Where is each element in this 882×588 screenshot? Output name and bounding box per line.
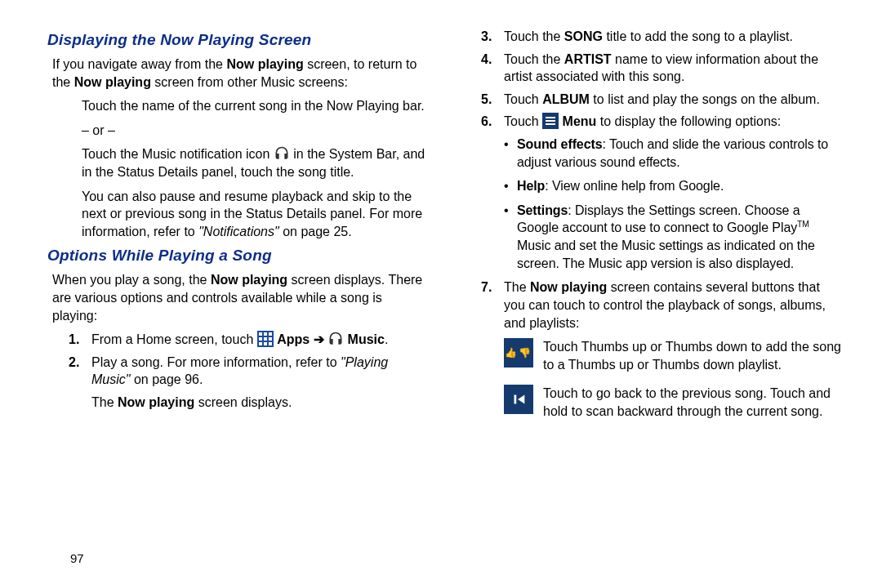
right-column: 3. Touch the SONG title to add the song … (460, 28, 843, 432)
step-3: 3. Touch the SONG title to add the song … (481, 28, 843, 46)
bullet-sound-effects: • Sound effects: Touch and slide the var… (504, 136, 843, 171)
bullet-settings: • Settings: Displays the Settings screen… (504, 202, 843, 273)
page-number: 97 (70, 551, 84, 565)
previous-icon (504, 385, 533, 414)
or-divider: – or – (82, 122, 430, 140)
intro2-paragraph: When you play a song, the Now playing sc… (52, 271, 430, 324)
apps-icon (257, 331, 274, 347)
prev-text: Touch to go back to the previous song. T… (543, 385, 843, 420)
step-6: 6. Touch Menu to display the following o… (481, 113, 843, 131)
option-status-details: You can also pause and resume playback a… (82, 188, 430, 241)
heading-options-while-playing: Options While Playing a Song (47, 247, 430, 265)
left-column: Displaying the Now Playing Screen If you… (47, 28, 430, 432)
prev-row: Touch to go back to the previous song. T… (504, 385, 843, 420)
thumbs-text: Touch Thumbs up or Thumbs down to add th… (543, 338, 843, 373)
headphones-icon (274, 145, 290, 162)
step-4: 4. Touch the ARTIST name to view informa… (481, 51, 843, 86)
step-5: 5. Touch ALBUM to list and play the song… (481, 91, 843, 109)
menu-icon (542, 113, 559, 129)
heading-display-now-playing: Displaying the Now Playing Screen (47, 31, 430, 49)
thumbs-row: 👍👎 Touch Thumbs up or Thumbs down to add… (504, 338, 843, 373)
step-2: 2. Play a song. For more information, re… (69, 354, 430, 389)
step-2-sub: The Now playing screen displays. (91, 394, 430, 412)
bullet-help: • Help: View online help from Google. (504, 177, 843, 195)
thumbs-icon: 👍👎 (504, 338, 533, 368)
music-icon (327, 331, 344, 347)
step-7: 7. The Now playing screen contains sever… (481, 278, 843, 332)
step-1: 1. From a Home screen, touch Apps ➔ Musi… (69, 331, 430, 349)
intro-paragraph: If you navigate away from the Now playin… (52, 56, 430, 91)
option-touch-notification: Touch the Music notification icon in the… (82, 145, 430, 180)
option-touch-bar: Touch the name of the current song in th… (82, 97, 430, 115)
